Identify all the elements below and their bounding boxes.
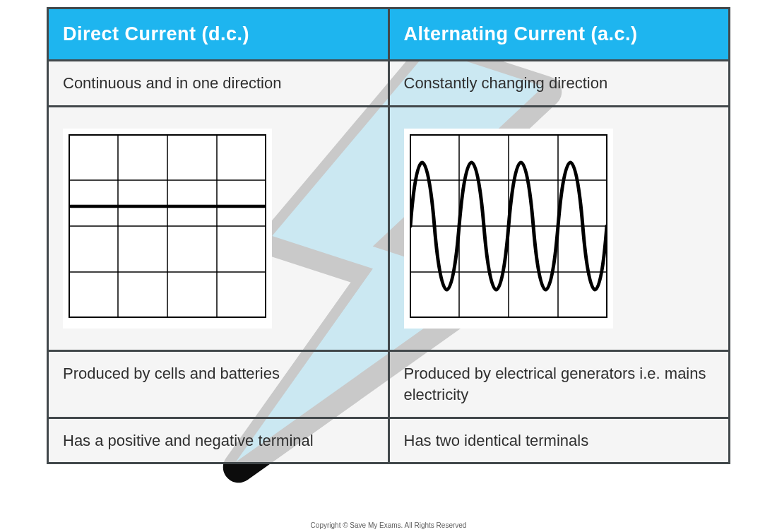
cell-dc-terminals: Has a positive and negative terminal xyxy=(48,418,389,463)
dc-ac-comparison-table: Direct Current (d.c.) Alternating Curren… xyxy=(47,7,730,464)
cell-dc-graph xyxy=(48,106,389,351)
table-row: Continuous and in one direction Constant… xyxy=(48,61,730,107)
table-row: Produced by cells and batteries Produced… xyxy=(48,351,730,418)
cell-dc-source: Produced by cells and batteries xyxy=(48,351,389,418)
header-ac: Alternating Current (a.c.) xyxy=(389,8,730,61)
copyright-text: Copyright © Save My Exams. All Rights Re… xyxy=(0,521,777,529)
header-dc: Direct Current (d.c.) xyxy=(48,8,389,61)
ac-trace-icon xyxy=(410,134,607,318)
cell-dc-direction: Continuous and in one direction xyxy=(48,61,389,107)
table-row-graphs xyxy=(48,106,730,351)
cell-ac-direction: Constantly changing direction xyxy=(389,61,730,107)
cell-ac-source: Produced by electrical generators i.e. m… xyxy=(389,351,730,418)
cell-ac-terminals: Has two identical terminals xyxy=(389,418,730,463)
dc-trace-icon xyxy=(69,134,266,318)
table-row: Has a positive and negative terminal Has… xyxy=(48,418,730,463)
cell-ac-graph xyxy=(389,106,730,351)
